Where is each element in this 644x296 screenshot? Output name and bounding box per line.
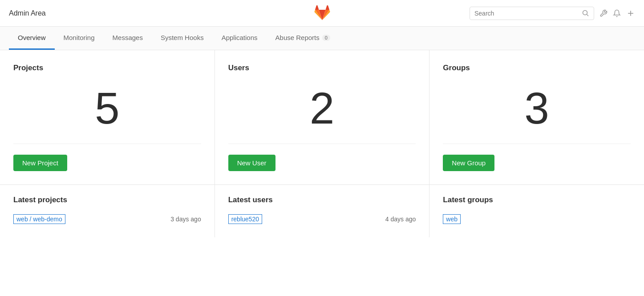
tab-messages[interactable]: Messages xyxy=(104,27,152,50)
groups-title: Groups xyxy=(443,64,631,72)
latest-row: Latest projects web / web-demo 3 days ag… xyxy=(0,185,644,237)
svg-point-0 xyxy=(583,10,587,15)
users-title: Users xyxy=(228,64,416,72)
nav-tabs: Overview Monitoring Messages System Hook… xyxy=(0,27,644,50)
wrench-icon-button[interactable] xyxy=(599,9,608,17)
tab-system-hooks[interactable]: System Hooks xyxy=(152,27,213,50)
latest-group-link[interactable]: web xyxy=(443,214,461,224)
users-count: 2 xyxy=(228,86,416,130)
groups-panel: Groups 3 New Group xyxy=(429,50,644,184)
users-divider xyxy=(228,144,416,144)
plus-icon-button[interactable] xyxy=(626,9,635,18)
new-project-button[interactable]: New Project xyxy=(13,155,67,171)
projects-title: Projects xyxy=(13,64,201,72)
users-panel: Users 2 New User xyxy=(215,50,430,184)
groups-divider xyxy=(443,144,631,144)
stats-row: Projects 5 New Project Users 2 New User … xyxy=(0,50,644,185)
latest-project-link[interactable]: web / web-demo xyxy=(13,214,65,224)
groups-count: 3 xyxy=(443,86,631,130)
latest-group-item: web xyxy=(443,212,631,227)
tab-applications[interactable]: Applications xyxy=(213,27,267,50)
gitlab-logo xyxy=(314,5,330,21)
latest-user-item: reblue520 4 days ago xyxy=(228,212,416,227)
projects-count: 5 xyxy=(13,86,201,130)
tab-overview[interactable]: Overview xyxy=(9,27,55,50)
latest-user-link[interactable]: reblue520 xyxy=(228,214,262,224)
latest-groups-panel: Latest groups web xyxy=(429,185,644,237)
latest-projects-title: Latest projects xyxy=(13,196,201,204)
tab-abuse-reports[interactable]: Abuse Reports 0 xyxy=(267,27,339,50)
bell-icon-button[interactable] xyxy=(613,9,621,17)
projects-divider xyxy=(13,144,201,144)
header-actions xyxy=(470,7,635,20)
abuse-reports-badge: 0 xyxy=(322,35,330,41)
new-group-button[interactable]: New Group xyxy=(443,155,494,171)
latest-groups-title: Latest groups xyxy=(443,196,631,204)
latest-project-time: 3 days ago xyxy=(170,216,201,223)
projects-panel: Projects 5 New Project xyxy=(0,50,215,184)
latest-users-title: Latest users xyxy=(228,196,416,204)
search-box[interactable] xyxy=(470,7,594,20)
latest-users-panel: Latest users reblue520 4 days ago xyxy=(215,185,430,237)
latest-project-item: web / web-demo 3 days ago xyxy=(13,212,201,227)
latest-user-time: 4 days ago xyxy=(385,216,416,223)
search-input[interactable] xyxy=(474,10,582,17)
search-icon-button[interactable] xyxy=(582,10,589,17)
header: Admin Area xyxy=(0,0,644,27)
latest-projects-panel: Latest projects web / web-demo 3 days ag… xyxy=(0,185,215,237)
main-content: Projects 5 New Project Users 2 New User … xyxy=(0,50,644,237)
admin-area-title: Admin Area xyxy=(9,9,46,17)
svg-line-1 xyxy=(587,14,589,16)
tab-monitoring[interactable]: Monitoring xyxy=(55,27,104,50)
new-user-button[interactable]: New User xyxy=(228,155,275,171)
